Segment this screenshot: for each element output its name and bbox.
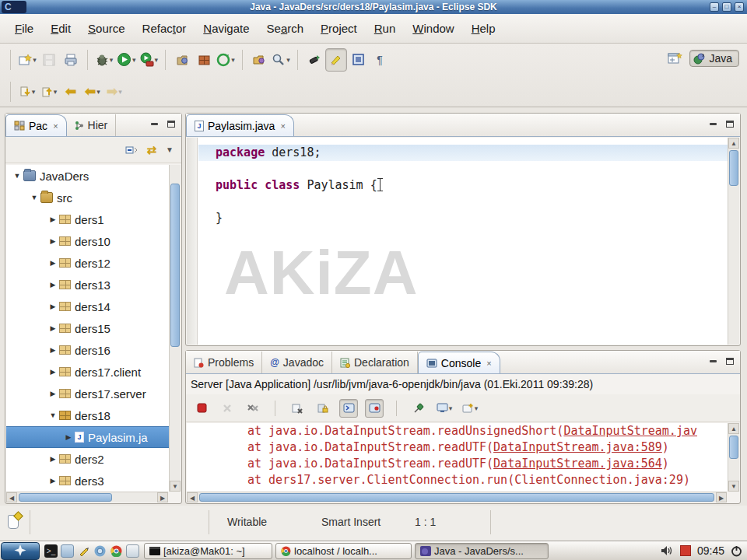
tree-item-ders12[interactable]: ▶ders12 xyxy=(6,252,169,274)
tree-item-javaders[interactable]: ▼JavaDers xyxy=(6,165,169,187)
tree-collapsed-icon[interactable]: ▶ xyxy=(47,390,59,397)
tree-collapsed-icon[interactable]: ▶ xyxy=(47,259,59,267)
minimize-view-button[interactable] xyxy=(148,118,160,129)
prev-annotation-button[interactable]: ▾ xyxy=(38,80,60,103)
collapse-all-button[interactable] xyxy=(125,145,138,156)
scroll-down-icon[interactable]: ▼ xyxy=(728,481,739,492)
tree-item-ders16[interactable]: ▶ders16 xyxy=(6,339,169,361)
save-button[interactable] xyxy=(38,48,60,72)
tree-item-ders17-client[interactable]: ▶ders17.client xyxy=(6,361,169,383)
taskbar-window-terminal[interactable]: [akiza@Mak01: ~] xyxy=(144,543,272,559)
menu-run[interactable]: Run xyxy=(366,22,405,35)
console-vertical-scrollbar[interactable]: ▲ ▼ xyxy=(728,423,739,492)
show-source-button[interactable] xyxy=(347,48,369,72)
new-java-package-button[interactable] xyxy=(193,48,215,72)
minimize-button[interactable]: – xyxy=(710,2,719,12)
terminate-button[interactable] xyxy=(192,399,211,418)
tree-collapsed-icon[interactable]: ▶ xyxy=(47,346,59,354)
scroll-up-icon[interactable]: ▲ xyxy=(728,138,739,149)
scroll-up-icon[interactable]: ▲ xyxy=(728,423,739,434)
print-button[interactable] xyxy=(60,48,82,72)
stack-trace-link[interactable]: DataInputStream.java:589 xyxy=(493,440,662,454)
maximize-view-button[interactable] xyxy=(165,118,177,129)
search-button[interactable]: ▾ xyxy=(270,48,292,72)
remove-all-terminated-button[interactable] xyxy=(244,399,262,418)
tree-collapsed-icon[interactable]: ▶ xyxy=(62,433,75,441)
taskbar-window-browser[interactable]: localhost / localh... xyxy=(275,543,412,559)
debug-button[interactable]: ▾ xyxy=(93,48,115,72)
scroll-right-icon[interactable]: ▶ xyxy=(157,492,168,502)
tab-console[interactable]: Console × xyxy=(418,352,500,373)
tray-status-indicator[interactable] xyxy=(680,545,691,556)
tree-item-src[interactable]: ▼src xyxy=(6,187,169,208)
menu-edit[interactable]: Edit xyxy=(42,22,79,35)
tab-problems[interactable]: Problems xyxy=(186,352,262,373)
tab-declaration[interactable]: Declaration xyxy=(332,352,418,373)
java-perspective-button[interactable]: Java xyxy=(689,50,739,67)
maximize-view-button[interactable] xyxy=(724,118,736,129)
link-with-editor-button[interactable]: ⇄ xyxy=(147,143,157,157)
menu-project[interactable]: Project xyxy=(312,22,366,35)
tree-item-ders15[interactable]: ▶ders15 xyxy=(6,317,169,339)
scroll-down-icon[interactable]: ▼ xyxy=(170,481,181,492)
pin-console-button[interactable] xyxy=(409,399,428,418)
menu-file[interactable]: File xyxy=(6,22,42,35)
volume-icon[interactable] xyxy=(661,545,674,556)
remove-launch-button[interactable] xyxy=(218,399,237,418)
stack-trace-link[interactable]: DataInputStream.jav xyxy=(563,424,697,438)
open-type-button[interactable] xyxy=(248,48,270,72)
fast-view-icon[interactable] xyxy=(8,515,19,529)
scroll-right-icon[interactable]: ▶ xyxy=(716,492,727,502)
file-manager-icon[interactable] xyxy=(61,544,74,558)
tree-item-ders1[interactable]: ▶ders1 xyxy=(6,208,169,230)
next-annotation-button[interactable]: ▾ xyxy=(16,80,38,103)
console-output[interactable]: at java.io.DataInputStream.readUnsignedS… xyxy=(187,423,728,492)
new-java-project-button[interactable] xyxy=(171,48,193,72)
tree-item-ders3[interactable]: ▶ders3 xyxy=(6,470,169,492)
show-stderr-button[interactable] xyxy=(365,399,384,418)
tree-collapsed-icon[interactable]: ▶ xyxy=(47,477,59,485)
scrollbar-thumb[interactable] xyxy=(729,150,738,186)
console-horizontal-scrollbar[interactable]: ◀ ▶ xyxy=(187,492,727,502)
stack-trace-link[interactable]: DataInputStream.java:564 xyxy=(493,457,662,471)
torch-button[interactable] xyxy=(303,48,325,72)
menu-refactor[interactable]: Refactor xyxy=(134,22,195,35)
new-class-button[interactable]: ▾ xyxy=(215,48,237,72)
tree-horizontal-scrollbar[interactable]: ◀ ▶ xyxy=(6,492,168,502)
scrollbar-thumb[interactable] xyxy=(199,493,714,502)
tree-expanded-icon[interactable]: ▼ xyxy=(11,172,23,180)
tree-expanded-icon[interactable]: ▼ xyxy=(28,194,40,201)
tree-vertical-scrollbar[interactable]: ▼ xyxy=(169,165,181,492)
tree-item-ders18[interactable]: ▼ders18 xyxy=(6,404,169,426)
tree-item-ders2[interactable]: ▶ders2 xyxy=(6,448,169,470)
menu-help[interactable]: Help xyxy=(463,22,504,35)
maximize-button[interactable]: □ xyxy=(722,2,731,12)
tree-collapsed-icon[interactable]: ▶ xyxy=(47,303,59,310)
forward-button[interactable]: ➡ ▾ xyxy=(103,80,125,103)
power-icon[interactable] xyxy=(731,545,742,557)
tree-collapsed-icon[interactable]: ▶ xyxy=(47,455,59,463)
taskbar-window-eclipse[interactable]: Java - JavaDers/s... xyxy=(415,543,549,559)
display-console-button[interactable]: ▾ xyxy=(435,399,454,418)
back-button[interactable]: ⬅ ▾ xyxy=(82,80,103,103)
external-tools-button[interactable]: ▾ xyxy=(138,48,160,72)
scroll-left-icon[interactable]: ◀ xyxy=(6,492,17,502)
text-editor-icon[interactable] xyxy=(77,544,90,558)
tree-collapsed-icon[interactable]: ▶ xyxy=(47,215,59,223)
scrollbar-thumb[interactable] xyxy=(19,493,112,502)
run-button[interactable]: ▾ xyxy=(115,48,138,72)
menu-navigate[interactable]: Navigate xyxy=(195,22,258,35)
minimize-view-button[interactable] xyxy=(707,118,719,129)
view-menu-button[interactable]: ▼ xyxy=(166,145,174,154)
clear-console-button[interactable] xyxy=(288,399,307,418)
chromium-browser-icon[interactable] xyxy=(93,544,107,558)
scrollbar-thumb[interactable] xyxy=(729,436,738,459)
menu-source[interactable]: Source xyxy=(79,22,134,35)
show-stdout-button[interactable] xyxy=(339,399,358,418)
tree-item-ders13[interactable]: ▶ders13 xyxy=(6,274,169,296)
tree-item-paylasim-selected[interactable]: ▶JPaylasim.ja xyxy=(6,426,169,448)
tab-javadoc[interactable]: @ Javadoc xyxy=(262,352,332,373)
tree-item-ders10[interactable]: ▶ders10 xyxy=(6,230,169,252)
editor-vertical-scrollbar[interactable]: ▲ xyxy=(728,138,739,345)
tree-collapsed-icon[interactable]: ▶ xyxy=(47,324,59,332)
